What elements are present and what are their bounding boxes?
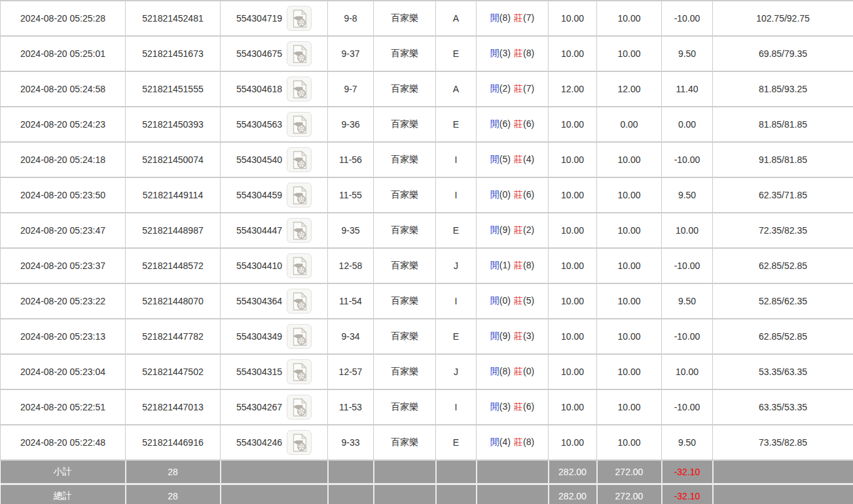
- banker-label: 莊: [514, 225, 523, 235]
- player-label: 閒: [490, 331, 499, 341]
- game-id-cell: 554304246: [221, 425, 328, 460]
- player-points: 3: [499, 48, 511, 58]
- game-type: 百家樂: [374, 177, 436, 213]
- video-replay-button[interactable]: [287, 77, 312, 101]
- bet-id: 521821452481: [126, 1, 221, 36]
- bet-time: 2024-08-20 05:24:18: [1, 142, 126, 177]
- result-cell: 閒2莊7: [477, 71, 549, 107]
- video-replay-button[interactable]: [287, 147, 312, 172]
- subtotal-valid-amount: 272.00: [597, 460, 662, 484]
- bet-amount: 12.00: [549, 71, 597, 107]
- result-cell: 閒9莊2: [477, 213, 549, 248]
- game-id-cell: 554304459: [221, 177, 328, 213]
- game-id: 554304675: [236, 48, 282, 59]
- game-id-cell: 554304349: [221, 319, 328, 354]
- player-label: 閒: [490, 189, 499, 200]
- banker-label: 莊: [514, 12, 523, 23]
- bet-id: 521821449114: [126, 177, 221, 213]
- winloss-amount: 0.00: [662, 107, 713, 142]
- video-replay-button[interactable]: [287, 253, 312, 278]
- valid-amount: 10.00: [597, 142, 662, 177]
- player-points: 9: [499, 331, 511, 341]
- banker-points: 3: [523, 331, 534, 341]
- game-id-cell: 554304447: [221, 213, 328, 248]
- banker-label: 莊: [514, 189, 523, 200]
- player-label: 閒: [490, 366, 499, 376]
- game-type: 百家樂: [374, 142, 436, 177]
- banker-result: 莊6: [514, 118, 534, 129]
- bet-time: 2024-08-20 05:23:37: [1, 248, 126, 283]
- video-document-icon: [291, 363, 308, 382]
- player-result: 閒8: [490, 12, 511, 23]
- video-replay-button[interactable]: [287, 324, 312, 349]
- game-type: 百家樂: [374, 213, 436, 248]
- result-cell: 閒3莊8: [477, 36, 549, 71]
- total-label: 總計: [1, 484, 126, 504]
- winloss-amount: -10.00: [662, 1, 713, 36]
- banker-result: 莊8: [514, 260, 534, 270]
- game-type: 百家樂: [374, 319, 436, 354]
- bet-id: 521821451673: [126, 36, 221, 71]
- round-number: 11-54: [328, 283, 374, 319]
- video-replay-button[interactable]: [287, 112, 312, 137]
- table-row: 2024-08-20 05:23:47 521821448987 5543044…: [1, 213, 853, 248]
- valid-amount: 10.00: [597, 213, 662, 248]
- balance: 69.85/79.35: [713, 36, 853, 71]
- video-replay-button[interactable]: [287, 6, 312, 31]
- game-id: 554304410: [236, 261, 282, 271]
- table-row: 2024-08-20 05:22:48 521821446916 5543042…: [1, 425, 853, 460]
- video-document-icon: [291, 151, 308, 170]
- banker-points: 6: [523, 401, 534, 412]
- bet-id: 521821448987: [126, 213, 221, 248]
- game-id: 554304563: [236, 119, 282, 130]
- game-id: 554304349: [236, 331, 282, 342]
- video-document-icon: [291, 221, 308, 240]
- video-replay-button[interactable]: [287, 359, 312, 384]
- subtotal-count: 28: [126, 460, 221, 484]
- game-type: 百家樂: [374, 71, 436, 107]
- player-label: 閒: [490, 48, 499, 58]
- video-replay-button[interactable]: [287, 430, 312, 455]
- table-letter: J: [436, 354, 477, 389]
- video-document-icon: [291, 115, 308, 134]
- bet-amount: 10.00: [549, 1, 597, 36]
- empty-cell: [328, 460, 374, 484]
- game-type: 百家樂: [374, 354, 436, 389]
- video-document-icon: [291, 45, 308, 63]
- video-replay-button[interactable]: [287, 183, 312, 207]
- round-number: 9-37: [328, 36, 374, 71]
- game-type: 百家樂: [374, 283, 436, 319]
- empty-cell: [713, 460, 853, 484]
- valid-amount: 10.00: [597, 177, 662, 213]
- subtotal-bet-amount: 282.00: [549, 460, 597, 484]
- video-replay-button[interactable]: [287, 218, 312, 243]
- game-id-cell: 554304410: [221, 248, 328, 283]
- round-number: 11-55: [328, 177, 374, 213]
- video-replay-button[interactable]: [287, 41, 312, 66]
- player-result: 閒2: [490, 83, 511, 94]
- video-document-icon: [291, 80, 308, 99]
- empty-cell: [477, 460, 549, 484]
- valid-amount: 10.00: [597, 319, 662, 354]
- empty-cell: [374, 484, 436, 504]
- video-document-icon: [291, 327, 308, 346]
- video-replay-button[interactable]: [287, 395, 312, 420]
- game-type: 百家樂: [374, 107, 436, 142]
- player-points: 0: [499, 189, 511, 200]
- banker-result: 莊6: [514, 189, 534, 200]
- banker-result: 莊4: [514, 154, 534, 164]
- valid-amount: 10.00: [597, 36, 662, 71]
- bet-id: 521821448572: [126, 248, 221, 283]
- game-id-cell: 554304540: [221, 142, 328, 177]
- banker-points: 8: [523, 437, 534, 447]
- balance: 63.35/53.35: [713, 389, 853, 425]
- banker-result: 莊3: [514, 331, 534, 341]
- table-row: 2024-08-20 05:25:28 521821452481 5543047…: [1, 1, 853, 36]
- bet-amount: 10.00: [549, 425, 597, 460]
- player-points: 4: [499, 437, 511, 447]
- player-result: 閒3: [490, 401, 511, 412]
- video-replay-button[interactable]: [287, 289, 312, 314]
- total-bet-amount: 282.00: [549, 484, 597, 504]
- winloss-amount: 10.00: [662, 213, 713, 248]
- balance: 62.35/71.85: [713, 177, 853, 213]
